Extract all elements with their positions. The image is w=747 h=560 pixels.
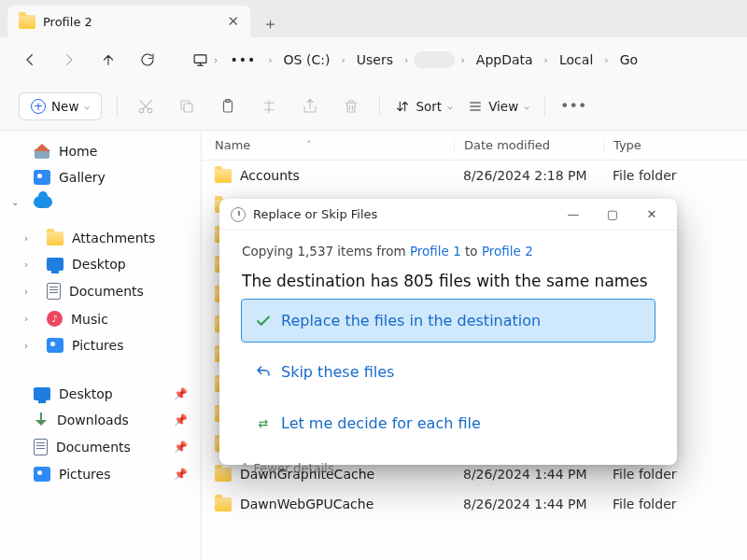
close-button[interactable]: ✕	[636, 202, 668, 228]
document-icon	[47, 283, 61, 300]
option-skip[interactable]: Skip these files	[242, 351, 655, 393]
close-icon[interactable]: ✕	[227, 15, 239, 29]
quick-documents[interactable]: Documents📌	[6, 433, 195, 461]
svg-rect-3	[184, 104, 192, 112]
document-icon	[34, 439, 48, 455]
back-button[interactable]	[15, 45, 45, 75]
music-icon: ♪	[47, 311, 63, 327]
crumb-appdata[interactable]: AppData	[471, 49, 539, 71]
col-type[interactable]: Type	[603, 138, 747, 152]
cut-icon[interactable]	[133, 93, 159, 119]
row-modified: 8/26/2024 1:44 PM	[454, 497, 603, 511]
row-name: Accounts	[240, 168, 300, 183]
cloud-icon	[34, 196, 52, 208]
chevron-up-icon: ˄	[242, 461, 248, 475]
compare-icon: ⇄	[255, 415, 272, 432]
monitor-icon	[192, 52, 208, 68]
minimize-button[interactable]: —	[557, 202, 589, 228]
chevron-right-icon: ›	[24, 233, 28, 244]
col-modified[interactable]: Date modified	[454, 138, 603, 152]
svg-rect-0	[194, 54, 206, 63]
tab-active[interactable]: Profile 2 ✕	[7, 6, 250, 37]
dialog-titlebar[interactable]: Replace or Skip Files — ▢ ✕	[219, 199, 677, 231]
sort-asc-icon: ˄	[306, 140, 311, 150]
row-name: DawnWebGPUCache	[240, 497, 374, 511]
new-tab-button[interactable]: ＋	[254, 9, 286, 37]
folder-icon	[47, 231, 63, 245]
folder-icon	[215, 497, 232, 511]
fewer-details-button[interactable]: ˄ Fewer details	[219, 452, 677, 484]
tab-title: Profile 2	[43, 15, 92, 29]
sidebar-item-onedrive[interactable]: ⌄	[6, 190, 195, 214]
home-icon	[34, 144, 50, 159]
download-icon	[34, 413, 49, 427]
picture-icon	[47, 338, 63, 353]
share-icon[interactable]	[297, 93, 323, 119]
nav-bar: › ••• › OS (C:)› Users› › AppData› Local…	[0, 37, 747, 82]
tab-strip: Profile 2 ✕ ＋	[0, 0, 747, 37]
col-name[interactable]: Name	[215, 138, 250, 152]
row-modified: 8/26/2024 2:18 PM	[454, 168, 603, 183]
table-row[interactable]: Accounts8/26/2024 2:18 PMFile folder	[202, 161, 747, 190]
plus-icon: +	[31, 99, 46, 114]
breadcrumb-overflow[interactable]: •••	[223, 49, 262, 71]
forward-button[interactable]	[54, 45, 84, 75]
option-decide[interactable]: ⇄ Let me decide for each file	[242, 402, 655, 444]
sidebar-item-home[interactable]: Home	[6, 138, 195, 164]
crumb-user[interactable]	[414, 51, 455, 68]
new-button[interactable]: + New ⌵	[19, 92, 102, 120]
clock-icon	[231, 207, 246, 222]
monitor-icon	[47, 258, 63, 271]
dialog-title: Replace or Skip Files	[253, 207, 377, 221]
pin-icon: 📌	[174, 387, 188, 400]
column-headers[interactable]: Name˄ Date modified Type	[202, 131, 747, 161]
dest-link[interactable]: Profile 2	[482, 244, 533, 259]
chevron-down-icon: ⌄	[11, 197, 19, 207]
paste-icon[interactable]	[215, 93, 241, 119]
quick-desktop[interactable]: Desktop📌	[6, 381, 195, 407]
crumb-users[interactable]: Users	[351, 49, 399, 71]
picture-icon	[34, 467, 50, 482]
sidebar-item-pictures[interactable]: ›Pictures	[6, 332, 195, 358]
rename-icon[interactable]	[256, 93, 282, 119]
sidebar: Home Gallery ⌄ ›Attachments ›Desktop ›Do…	[0, 131, 202, 560]
maximize-button[interactable]: ▢	[597, 202, 628, 228]
crumb-last[interactable]: Go	[614, 49, 643, 71]
copy-icon[interactable]	[174, 93, 200, 119]
sidebar-item-documents[interactable]: ›Documents	[6, 277, 195, 305]
up-button[interactable]	[93, 45, 123, 75]
sidebar-item-gallery[interactable]: Gallery	[6, 164, 195, 190]
breadcrumb[interactable]: › ••• › OS (C:)› Users› › AppData› Local…	[192, 49, 643, 71]
delete-icon[interactable]	[338, 93, 364, 119]
overflow-icon[interactable]: •••	[560, 93, 586, 119]
monitor-icon	[34, 387, 50, 400]
replace-or-skip-dialog: Replace or Skip Files — ▢ ✕ Copying 1,53…	[219, 199, 677, 465]
table-row[interactable]: DawnWebGPUCache8/26/2024 1:44 PMFile fol…	[202, 489, 747, 519]
sidebar-item-attachments[interactable]: ›Attachments	[6, 225, 195, 251]
refresh-button[interactable]	[133, 45, 162, 75]
folder-icon	[19, 15, 35, 29]
folder-icon	[215, 169, 232, 183]
view-button[interactable]: View ⌵	[468, 99, 529, 114]
sidebar-item-music[interactable]: ›♪Music	[6, 305, 195, 332]
dialog-headline: The destination has 805 files with the s…	[242, 272, 655, 290]
crumb-local[interactable]: Local	[554, 49, 599, 71]
check-icon	[255, 313, 272, 329]
undo-icon	[255, 364, 272, 381]
chevron-right-icon: ›	[212, 54, 219, 66]
picture-icon	[34, 170, 50, 185]
source-link[interactable]: Profile 1	[410, 244, 461, 259]
toolbar: + New ⌵ Sort ⌵ View ⌵ •••	[0, 82, 747, 131]
quick-pictures[interactable]: Pictures📌	[6, 461, 195, 487]
quick-downloads[interactable]: Downloads📌	[6, 407, 195, 433]
sort-button[interactable]: Sort ⌵	[395, 99, 453, 114]
sidebar-item-desktop[interactable]: ›Desktop	[6, 251, 195, 277]
row-type: File folder	[603, 168, 747, 183]
new-label: New	[51, 99, 78, 114]
dialog-subtitle: Copying 1,537 items from Profile 1 to Pr…	[242, 244, 655, 259]
crumb-os[interactable]: OS (C:)	[278, 49, 336, 71]
chevron-down-icon: ⌵	[84, 101, 90, 111]
row-type: File folder	[603, 497, 747, 511]
option-replace[interactable]: Replace the files in the destination	[242, 300, 655, 342]
